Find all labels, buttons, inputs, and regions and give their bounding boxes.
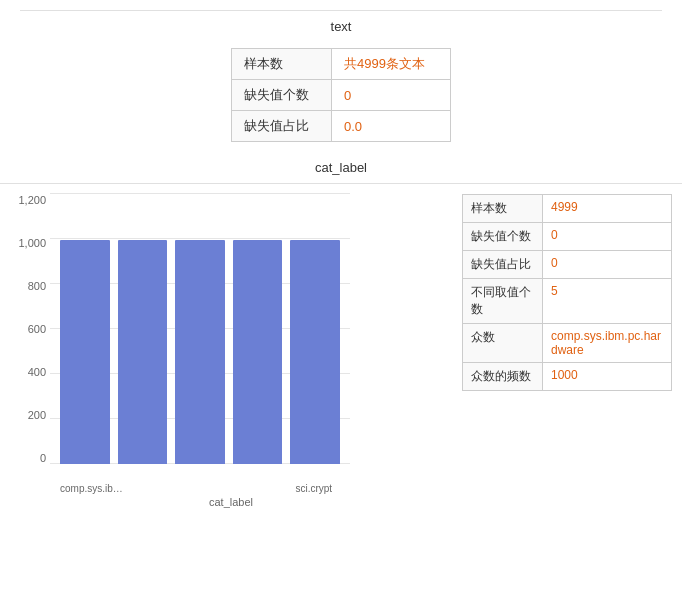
y-label: 1,200 [18,194,46,206]
table-row: 缺失值个数0 [463,223,672,251]
row-value: 0 [543,223,672,251]
y-axis: 1,2001,0008006004002000 [10,194,50,464]
row-label: 样本数 [232,49,332,80]
cat-section-title: cat_label [0,152,682,175]
row-value: 0.0 [332,111,451,142]
y-label: 800 [28,280,46,292]
x-label: sci.crypt [295,483,332,494]
row-label: 缺失值占比 [463,251,543,279]
cat-section: cat_label 1,2001,0008006004002000 comp.s… [0,152,682,518]
bar [290,240,340,464]
row-label: 众数 [463,324,543,363]
x-label-group: comp.sys.ibm.pc.hardware [60,483,130,494]
bar [175,240,225,464]
y-label: 400 [28,366,46,378]
y-label: 200 [28,409,46,421]
bar [233,240,283,464]
table-row: 样本数共4999条文本 [232,49,451,80]
row-value: 0 [332,80,451,111]
table-row: 缺失值占比0 [463,251,672,279]
row-label: 缺失值占比 [232,111,332,142]
cat-stats-table: 样本数4999缺失值个数0缺失值占比0不同取值个数5众数comp.sys.ibm… [462,194,672,391]
row-value: 1000 [543,363,672,391]
chart-wrapper: 1,2001,0008006004002000 comp.sys.ibm.pc.… [10,194,350,494]
row-value: comp.sys.ibm.pc.hardware [543,324,672,363]
row-label: 缺失值个数 [463,223,543,251]
table-row: 缺失值占比0.0 [232,111,451,142]
chart-area: 1,2001,0008006004002000 comp.sys.ibm.pc.… [0,194,452,508]
row-value: 共4999条文本 [332,49,451,80]
text-section: text 样本数共4999条文本缺失值个数0缺失值占比0.0 [0,0,682,152]
row-label: 不同取值个数 [463,279,543,324]
y-label: 600 [28,323,46,335]
text-section-title: text [20,10,662,38]
x-axis-title: cat_label [10,496,452,508]
table-row: 缺失值个数0 [232,80,451,111]
y-label: 0 [40,452,46,464]
row-label: 样本数 [463,195,543,223]
row-label: 众数的频数 [463,363,543,391]
bars-row [50,194,350,464]
table-row: 众数comp.sys.ibm.pc.hardware [463,324,672,363]
text-stats-table: 样本数共4999条文本缺失值个数0缺失值占比0.0 [231,48,451,142]
table-row: 样本数4999 [463,195,672,223]
x-label: comp.sys.ibm.pc.hardware [60,483,130,494]
row-value: 0 [543,251,672,279]
stats-panel: 样本数4999缺失值个数0缺失值占比0不同取值个数5众数comp.sys.ibm… [462,194,672,391]
bar [118,240,168,464]
bars-container [50,194,350,464]
bar [60,240,110,464]
row-value: 5 [543,279,672,324]
table-row: 众数的频数1000 [463,363,672,391]
y-label: 1,000 [18,237,46,249]
x-label-group: sci.crypt [288,483,341,494]
x-axis-labels: comp.sys.ibm.pc.hardwaresci.crypt [50,464,350,494]
table-row: 不同取值个数5 [463,279,672,324]
row-value: 4999 [543,195,672,223]
row-label: 缺失值个数 [232,80,332,111]
